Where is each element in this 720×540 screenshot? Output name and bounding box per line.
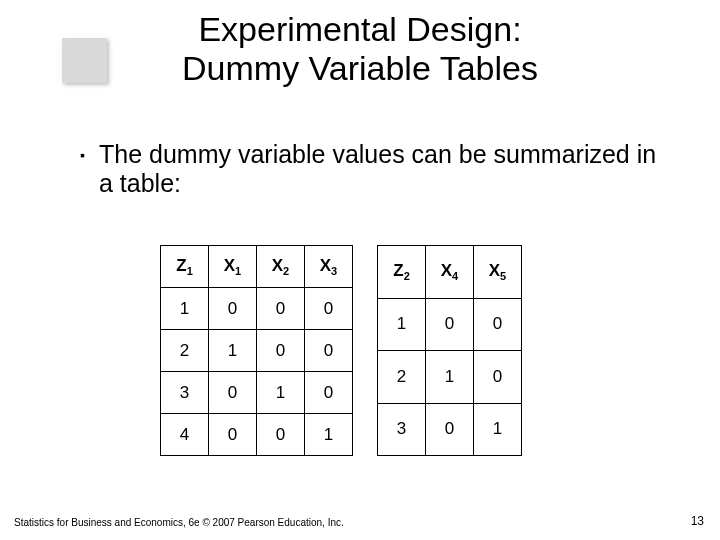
table-cell: 3 — [378, 403, 426, 456]
table-row: 210 — [378, 351, 522, 404]
table-row: 4001 — [161, 414, 353, 456]
bullet-text: The dummy variable values can be summari… — [99, 140, 660, 198]
table-cell: 0 — [209, 288, 257, 330]
table-row: 100 — [378, 298, 522, 351]
dummy-table-z1: Z1X1X2X3 1000210030104001 — [160, 245, 353, 456]
table-header-row: Z1X1X2X3 — [161, 246, 353, 288]
table-cell: 1 — [305, 414, 353, 456]
table-cell: 0 — [305, 372, 353, 414]
slide-title: Experimental Design: Dummy Variable Tabl… — [0, 10, 720, 88]
table-header-cell: X5 — [474, 246, 522, 299]
table-cell: 2 — [378, 351, 426, 404]
table-header-cell: X1 — [209, 246, 257, 288]
table-cell: 0 — [257, 288, 305, 330]
dummy-table-z2: Z2X4X5 100210301 — [377, 245, 522, 456]
table-cell: 0 — [209, 414, 257, 456]
table-header-cell: X3 — [305, 246, 353, 288]
table-header-cell: Z2 — [378, 246, 426, 299]
table-cell: 0 — [474, 298, 522, 351]
table-cell: 4 — [161, 414, 209, 456]
table-cell: 0 — [305, 330, 353, 372]
footer-attribution: Statistics for Business and Economics, 6… — [14, 517, 344, 528]
table-row: 3010 — [161, 372, 353, 414]
table-cell: 0 — [426, 298, 474, 351]
table-row: 1000 — [161, 288, 353, 330]
tables-container: Z1X1X2X3 1000210030104001 Z2X4X5 1002103… — [160, 245, 522, 456]
title-line-1: Experimental Design: — [198, 10, 521, 48]
table-cell: 1 — [378, 298, 426, 351]
table-row: 2100 — [161, 330, 353, 372]
table-cell: 0 — [474, 351, 522, 404]
table-cell: 1 — [161, 288, 209, 330]
table-cell: 0 — [426, 403, 474, 456]
table-cell: 1 — [257, 372, 305, 414]
table-cell: 1 — [209, 330, 257, 372]
bullet-item: ▪ The dummy variable values can be summa… — [80, 140, 660, 198]
table-cell: 1 — [474, 403, 522, 456]
table-cell: 0 — [257, 330, 305, 372]
table-cell: 1 — [426, 351, 474, 404]
table-header-cell: Z1 — [161, 246, 209, 288]
table-row: 301 — [378, 403, 522, 456]
table-cell: 2 — [161, 330, 209, 372]
table-cell: 0 — [305, 288, 353, 330]
table-cell: 0 — [257, 414, 305, 456]
table-header-row: Z2X4X5 — [378, 246, 522, 299]
title-line-2: Dummy Variable Tables — [182, 49, 538, 87]
bullet-mark-icon: ▪ — [80, 140, 85, 198]
table-header-cell: X2 — [257, 246, 305, 288]
page-number: 13 — [691, 514, 704, 528]
table-cell: 3 — [161, 372, 209, 414]
table-header-cell: X4 — [426, 246, 474, 299]
table-cell: 0 — [209, 372, 257, 414]
